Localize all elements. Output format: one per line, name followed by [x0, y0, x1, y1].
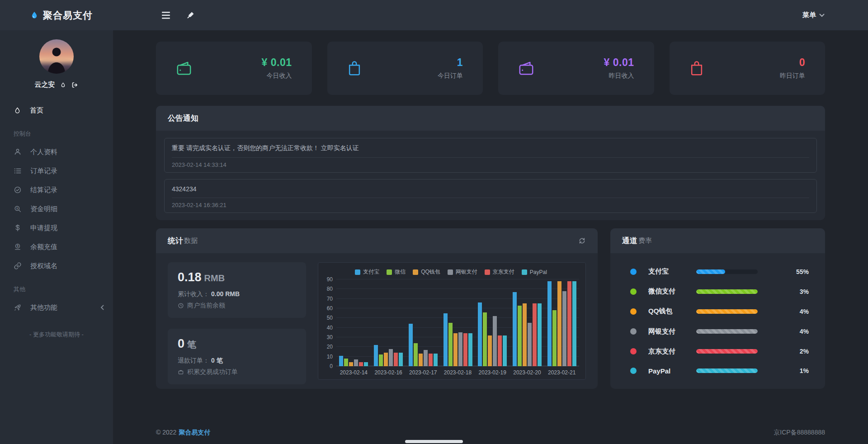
bar-QQ钱包[interactable]	[523, 303, 527, 366]
channel-label: 网银支付	[648, 327, 693, 336]
footer-brand-link[interactable]: 聚合易支付	[179, 429, 210, 436]
bar-网银支付[interactable]	[493, 316, 497, 366]
logout-icon[interactable]	[71, 81, 79, 89]
chart-plot	[336, 279, 579, 366]
legend-swatch	[413, 269, 418, 275]
rocket-icon	[14, 303, 22, 312]
rate-percent: 55%	[796, 268, 809, 275]
statistics-panel: 统计 数据 0.18RMB 累计收入：0.00 RMB	[156, 228, 598, 389]
sidebar-item-recharge[interactable]: $ 余额充值	[0, 237, 113, 256]
bar-微信[interactable]	[448, 323, 453, 366]
sidebar-item-domains[interactable]: 授权域名	[0, 256, 113, 275]
legend-item-网银支付[interactable]: 网银支付	[448, 268, 477, 276]
announcement-time: 2023-02-14 14:33:14	[172, 161, 809, 168]
bar-微信[interactable]	[344, 359, 348, 366]
refresh-icon[interactable]	[578, 237, 586, 245]
hamburger-menu-icon[interactable]	[160, 10, 173, 21]
bar-网银支付[interactable]	[354, 359, 358, 366]
sidebar-item-orders[interactable]: 订单记录	[0, 161, 113, 180]
bar-网银支付[interactable]	[458, 332, 462, 366]
statistics-header: 统计 数据	[156, 228, 598, 253]
copyright-text: © 2022	[156, 429, 176, 436]
bar-京东支付[interactable]	[359, 362, 363, 366]
bar-PayPal[interactable]	[434, 354, 438, 366]
bar-PayPal[interactable]	[364, 362, 368, 366]
y-axis-tick-label: 70	[327, 296, 333, 302]
bar-QQ钱包[interactable]	[419, 354, 423, 366]
bar-支付宝[interactable]	[547, 281, 552, 366]
bar-京东支付[interactable]	[498, 335, 502, 366]
theme-brush-icon[interactable]	[184, 9, 197, 21]
bar-PayPal[interactable]	[503, 335, 507, 366]
balance-box: 0.18RMB 累计收入：0.00 RMB 商户当前余额	[168, 262, 306, 318]
bar-QQ钱包[interactable]	[557, 281, 561, 366]
brand-name: 聚合易支付	[43, 9, 93, 22]
bar-支付宝[interactable]	[339, 356, 343, 366]
channel-dot	[630, 288, 637, 295]
sidebar-item-home[interactable]: 首页	[0, 101, 113, 120]
bar-京东支付[interactable]	[394, 353, 398, 366]
stat-cards-row: ¥ 0.01 今日收入 1 今日订单 ¥ 0.01 昨日收入	[156, 42, 825, 95]
list-icon	[14, 167, 22, 175]
legend-swatch	[355, 269, 360, 275]
menu-dropdown[interactable]: 菜单	[802, 11, 868, 19]
bar-微信[interactable]	[518, 306, 522, 366]
user-drop-icon[interactable]	[60, 81, 66, 89]
bar-支付宝[interactable]	[374, 345, 378, 366]
bar-微信[interactable]	[552, 310, 557, 366]
bar-PayPal[interactable]	[572, 281, 576, 366]
bar-网银支付[interactable]	[424, 350, 428, 366]
announcement-item[interactable]: 4324234 2023-02-14 16:36:21	[164, 179, 817, 213]
sidebar-item-settlements[interactable]: 结算记录	[0, 180, 113, 199]
username: 云之安	[35, 80, 55, 89]
stat-card-label: 今日订单	[438, 72, 463, 80]
rate-row-jd-pay: 京东支付 2%	[630, 347, 809, 356]
legend-item-京东支付[interactable]: 京东支付	[485, 268, 514, 276]
rate-row-qq-wallet: QQ钱包 4%	[630, 307, 809, 316]
bar-支付宝[interactable]	[443, 313, 448, 366]
bar-京东支付[interactable]	[533, 303, 537, 366]
sidebar-item-withdraw[interactable]: 申请提现	[0, 218, 113, 237]
bar-支付宝[interactable]	[513, 292, 517, 366]
bar-京东支付[interactable]	[463, 333, 467, 366]
announcements-body: 重要 请完成实名认证，否则您的商户无法正常收款！ 立即实名认证 2023-02-…	[156, 131, 825, 220]
channel-dot	[630, 348, 637, 354]
x-axis-label: 2023-02-20	[510, 369, 545, 376]
balance-line1-value: 0.00 RMB	[211, 290, 240, 298]
bar-QQ钱包[interactable]	[453, 333, 458, 366]
bar-QQ钱包[interactable]	[488, 335, 492, 366]
bar-网银支付[interactable]	[562, 291, 566, 366]
bar-QQ钱包[interactable]	[349, 362, 353, 366]
clock-icon	[178, 302, 184, 309]
sidebar-item-profile[interactable]: 个人资料	[0, 142, 113, 161]
bar-京东支付[interactable]	[567, 281, 571, 366]
horizontal-scrollbar-thumb[interactable]	[405, 440, 463, 443]
sidebar-item-funds[interactable]: $ 资金明细	[0, 199, 113, 218]
sidebar-item-other-functions[interactable]: 其他功能	[0, 298, 113, 317]
bar-支付宝[interactable]	[409, 324, 413, 366]
bar-微信[interactable]	[483, 312, 487, 366]
bar-PayPal[interactable]	[538, 303, 542, 366]
legend-item-微信[interactable]: 微信	[387, 268, 406, 276]
bar-PayPal[interactable]	[399, 353, 403, 366]
bar-微信[interactable]	[414, 343, 418, 366]
legend-item-QQ钱包[interactable]: QQ钱包	[413, 268, 440, 276]
bar-PayPal[interactable]	[468, 333, 472, 366]
avatar[interactable]	[39, 39, 74, 74]
stat-card-label: 今日收入	[262, 72, 292, 80]
channel-rates-panel: 通道 费率 支付宝 55% 微信支付 3% QQ钱包	[610, 228, 825, 389]
bar-网银支付[interactable]	[528, 323, 532, 366]
bar-支付宝[interactable]	[478, 302, 482, 366]
legend-item-PayPal[interactable]: PayPal	[522, 268, 547, 276]
rate-row-alipay: 支付宝 55%	[630, 267, 809, 276]
legend-item-支付宝[interactable]: 支付宝	[355, 268, 379, 276]
refunds-value: 0	[178, 337, 184, 350]
rate-percent: 1%	[800, 367, 809, 374]
bar-QQ钱包[interactable]	[384, 353, 388, 366]
bar-网银支付[interactable]	[389, 349, 393, 366]
announcement-item[interactable]: 重要 请完成实名认证，否则您的商户无法正常收款！ 立即实名认证 2023-02-…	[164, 138, 817, 173]
bar-京东支付[interactable]	[429, 354, 433, 366]
bar-微信[interactable]	[379, 354, 383, 366]
profile-block: 云之安	[0, 30, 113, 89]
y-axis-tick-label: 20	[327, 344, 333, 350]
